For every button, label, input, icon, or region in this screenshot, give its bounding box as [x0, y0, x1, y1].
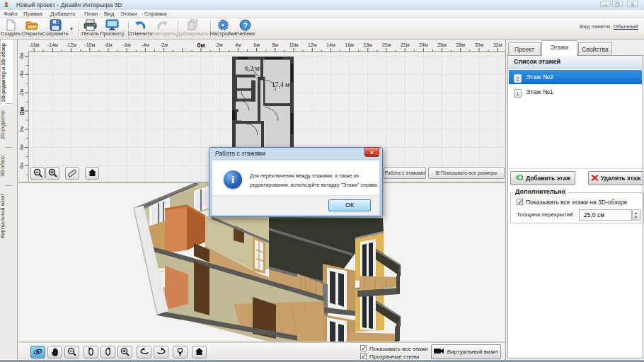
svg-text:-2м: -2м	[19, 88, 24, 96]
svg-text:2м: 2м	[217, 42, 223, 47]
svg-text:6,2 м²: 6,2 м²	[245, 65, 261, 72]
svg-text:-4м: -4м	[19, 71, 24, 78]
svg-text:0м: 0м	[197, 42, 205, 49]
svg-text:20м: 20м	[382, 42, 391, 47]
svg-text:-6м: -6м	[123, 42, 131, 47]
svg-text:-2м: -2м	[160, 42, 168, 47]
svg-text:-4м: -4м	[142, 42, 149, 47]
svg-text:17,4 м²: 17,4 м²	[272, 81, 292, 88]
svg-text:14м: 14м	[326, 42, 335, 47]
svg-text:-16м: -16м	[29, 42, 40, 47]
svg-text:32м: 32м	[493, 42, 502, 47]
svg-text:6м: 6м	[253, 42, 260, 47]
svg-text:4м: 4м	[19, 144, 24, 151]
svg-text:30м: 30м	[475, 42, 484, 47]
svg-text:-12м: -12м	[66, 42, 76, 47]
svg-text:12м: 12м	[308, 42, 317, 47]
svg-text:18м: 18м	[363, 42, 372, 47]
svg-text:22м: 22м	[401, 42, 410, 47]
svg-text:24м: 24м	[419, 42, 428, 47]
svg-text:0м: 0м	[18, 107, 25, 115]
svg-text:?: ?	[243, 21, 248, 30]
svg-text:6м: 6м	[19, 163, 24, 169]
svg-text:28м: 28м	[456, 42, 465, 47]
svg-text:-10м: -10м	[84, 42, 95, 47]
svg-text:-8м: -8м	[104, 42, 112, 47]
svg-text:10м: 10м	[289, 42, 299, 47]
svg-text:2м: 2м	[19, 126, 24, 132]
svg-text:8м: 8м	[272, 42, 278, 47]
svg-text:26м: 26м	[437, 42, 447, 47]
svg-text:4м: 4м	[235, 42, 241, 47]
svg-text:-14м: -14м	[47, 42, 58, 47]
svg-text:16м: 16м	[345, 42, 354, 47]
svg-text:-6м: -6м	[19, 52, 24, 60]
